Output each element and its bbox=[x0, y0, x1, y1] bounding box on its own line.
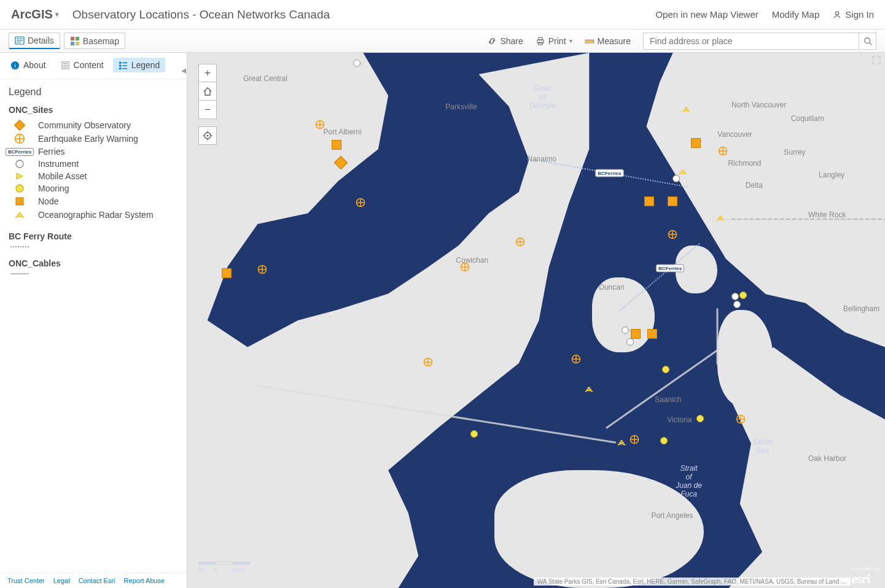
marker-earthquake-early-warning[interactable] bbox=[423, 357, 433, 367]
marker-instrument[interactable] bbox=[731, 293, 739, 300]
app-header: ArcGIS ▾ Observatory Locations - Ocean N… bbox=[0, 0, 885, 29]
print-button[interactable]: Print ▾ bbox=[536, 36, 572, 46]
marker-node[interactable] bbox=[332, 140, 341, 150]
marker-earthquake-early-warning[interactable] bbox=[315, 120, 325, 130]
marker-radar-system[interactable] bbox=[715, 213, 725, 223]
svg-point-20 bbox=[864, 37, 870, 43]
home-extent-button[interactable] bbox=[198, 82, 217, 101]
marker-mooring[interactable] bbox=[470, 430, 478, 438]
legend-item: Community Observatory bbox=[9, 120, 178, 131]
modify-map-link[interactable]: Modify Map bbox=[772, 9, 820, 20]
toolbar: Details Basemap Share Print ▾ Measure bbox=[0, 29, 885, 53]
side-panel: i About Content Legend Legend ONC_Sites … bbox=[0, 53, 187, 588]
zoom-in-button[interactable]: + bbox=[198, 64, 217, 82]
marker-earthquake-early-warning[interactable] bbox=[571, 354, 581, 364]
side-footer: Trust Center Legal Contact Esri Report A… bbox=[0, 573, 187, 588]
search-button[interactable] bbox=[859, 33, 876, 49]
details-button[interactable]: Details bbox=[9, 33, 60, 49]
marker-mooring[interactable] bbox=[739, 292, 747, 299]
legend-icon bbox=[119, 61, 128, 70]
marker-earthquake-early-warning[interactable] bbox=[460, 262, 470, 272]
marker-earthquake-early-warning[interactable] bbox=[515, 237, 525, 247]
marker-node[interactable] bbox=[222, 268, 232, 278]
marker-radar-system[interactable] bbox=[584, 384, 594, 394]
svg-rect-29 bbox=[119, 64, 122, 66]
marker-earthquake-early-warning[interactable] bbox=[356, 198, 365, 207]
land-shape bbox=[494, 470, 704, 588]
legend-item: Instrument bbox=[9, 159, 178, 169]
svg-point-3 bbox=[836, 11, 839, 14]
svg-line-21 bbox=[869, 42, 871, 45]
content-icon bbox=[61, 61, 70, 70]
place-label: Victoria bbox=[668, 416, 692, 424]
details-icon bbox=[15, 36, 25, 45]
brand-menu[interactable]: ArcGIS ▾ bbox=[11, 7, 59, 21]
legend-item: Mooring bbox=[9, 184, 178, 193]
tab-content[interactable]: Content bbox=[55, 58, 109, 72]
marker-node[interactable] bbox=[647, 329, 657, 339]
marker-instrument[interactable] bbox=[626, 338, 634, 346]
fullscreen-icon[interactable] bbox=[871, 55, 881, 65]
marker-node[interactable] bbox=[691, 138, 701, 148]
marker-earthquake-early-warning[interactable] bbox=[630, 435, 639, 444]
legend-item: Oceanographic Radar System bbox=[9, 209, 178, 220]
search-input[interactable] bbox=[644, 33, 859, 49]
legend-layer-title: BC Ferry Route bbox=[9, 231, 178, 241]
marker-radar-system[interactable] bbox=[681, 104, 691, 114]
marker-earthquake-early-warning[interactable] bbox=[257, 265, 267, 274]
land-shape bbox=[620, 53, 885, 347]
search-icon bbox=[864, 37, 872, 45]
tab-legend[interactable]: Legend bbox=[113, 58, 166, 72]
svg-point-36 bbox=[16, 185, 23, 192]
marker-radar-system[interactable] bbox=[678, 167, 688, 177]
home-icon bbox=[203, 87, 212, 96]
marker-instrument[interactable] bbox=[353, 60, 361, 67]
locate-control bbox=[198, 126, 217, 145]
marker-node[interactable] bbox=[644, 196, 654, 206]
map-canvas[interactable]: + − 0 5 10mi WA State Parks GIS, Esri Ca… bbox=[187, 53, 885, 588]
marker-ferry[interactable]: BCFerries bbox=[595, 169, 623, 177]
legend-item: Earthquake Early Warning bbox=[9, 133, 178, 144]
print-icon bbox=[536, 36, 545, 46]
marker-earthquake-early-warning[interactable] bbox=[718, 146, 728, 156]
marker-node[interactable] bbox=[668, 196, 677, 206]
svg-point-35 bbox=[16, 160, 23, 168]
info-icon: i bbox=[10, 61, 20, 70]
marker-mooring[interactable] bbox=[662, 366, 669, 373]
basemap-button[interactable]: Basemap bbox=[64, 33, 125, 49]
map-title: Observatory Locations - Ocean Networks C… bbox=[72, 8, 330, 21]
footer-contact-link[interactable]: Contact Esri bbox=[79, 577, 115, 584]
marker-radar-system[interactable] bbox=[617, 438, 626, 447]
panel-collapse-handle[interactable]: ◂ bbox=[180, 61, 187, 79]
marker-node[interactable] bbox=[631, 329, 641, 339]
map-attribution: WA State Parks GIS, Esri Canada, Esri, H… bbox=[534, 578, 851, 586]
zoom-control: + − bbox=[198, 64, 217, 119]
legend-heading: Legend bbox=[9, 87, 178, 98]
marker-earthquake-early-warning[interactable] bbox=[736, 414, 746, 424]
chevron-down-icon: ▾ bbox=[55, 10, 59, 18]
marker-ferry[interactable]: BCFerries bbox=[656, 265, 684, 273]
cable-line bbox=[717, 308, 719, 364]
link-icon bbox=[487, 36, 497, 46]
footer-report-link[interactable]: Report Abuse bbox=[124, 577, 165, 584]
chevron-down-icon: ▾ bbox=[569, 37, 572, 44]
zoom-out-button[interactable]: − bbox=[198, 101, 217, 119]
person-icon bbox=[833, 10, 841, 19]
open-new-viewer-link[interactable]: Open in new Map Viewer bbox=[655, 9, 758, 20]
measure-button[interactable]: Measure bbox=[585, 36, 631, 46]
land-shape bbox=[717, 310, 773, 406]
marker-instrument[interactable] bbox=[733, 301, 741, 308]
sign-in-link[interactable]: Sign In bbox=[833, 9, 874, 20]
marker-instrument[interactable] bbox=[622, 327, 629, 334]
locate-button[interactable] bbox=[198, 126, 217, 145]
marker-earthquake-early-warning[interactable] bbox=[668, 230, 677, 239]
marker-mooring[interactable] bbox=[660, 437, 668, 444]
footer-trust-link[interactable]: Trust Center bbox=[7, 577, 45, 584]
svg-rect-8 bbox=[71, 37, 74, 41]
legend-item: Mobile Asset bbox=[9, 171, 178, 181]
share-button[interactable]: Share bbox=[487, 36, 523, 46]
footer-legal-link[interactable]: Legal bbox=[53, 577, 70, 584]
marker-mooring[interactable] bbox=[696, 415, 704, 422]
legend-layer-title: ONC_Sites bbox=[9, 105, 178, 115]
tab-about[interactable]: i About bbox=[5, 58, 52, 72]
